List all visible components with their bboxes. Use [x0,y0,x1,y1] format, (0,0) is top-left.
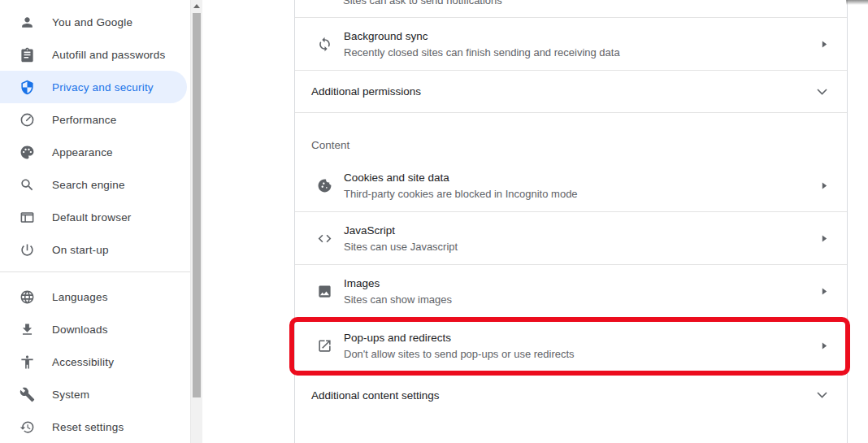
history-icon [19,419,35,435]
arrow-right-icon [822,235,827,242]
sidebar-item-search-engine[interactable]: Search engine [0,168,190,201]
wrench-icon [19,386,35,402]
sidebar-item-label: Privacy and security [52,81,154,93]
sidebar-item-autofill[interactable]: Autofill and passwords [0,38,190,71]
sidebar-item-label: Reset settings [52,421,124,433]
autofill-icon [19,46,35,63]
sidebar-item-accessibility[interactable]: Accessibility [0,345,190,378]
browser-window-icon [19,209,35,225]
row-label: Additional permissions [311,85,421,98]
chevron-down-icon [817,392,827,398]
image-icon [316,284,332,300]
row-background-sync[interactable]: Background sync Recently closed sites ca… [295,18,847,71]
row-title: JavaScript [344,224,458,237]
row-additional-content-settings[interactable]: Additional content settings [295,374,847,416]
arrow-right-icon [822,182,827,189]
sidebar-divider [0,271,190,272]
row-subtitle: Don't allow sites to send pop-ups or use… [344,348,575,360]
sidebar-item-label: Search engine [52,179,125,191]
shield-icon [19,79,35,95]
sync-icon [316,36,332,52]
cookie-icon [316,177,332,193]
sidebar-item-label: Appearance [52,146,113,159]
row-images[interactable]: Images Sites can show images [295,265,847,319]
sidebar-item-on-startup[interactable]: On start-up [0,233,190,266]
sidebar-item-label: On start-up [52,244,109,256]
speedometer-icon [19,111,35,128]
row-title: Pop-ups and redirects [344,332,575,344]
row-cookies-and-site-data[interactable]: Cookies and site data Third-party cookie… [295,159,847,212]
globe-icon [19,289,35,305]
sidebar-item-label: Autofill and passwords [52,49,165,61]
section-header-label: Content [311,139,349,151]
scrollbar-thumb[interactable] [193,13,201,397]
arrow-right-icon [822,41,827,48]
sidebar-item-label: Performance [52,114,116,126]
sidebar-item-you-and-google[interactable]: You and Google [0,6,190,38]
sidebar-item-label: You and Google [52,16,132,28]
sidebar-item-performance[interactable]: Performance [0,103,190,136]
row-title: Cookies and site data [344,172,578,184]
sidebar-item-label: System [52,389,89,401]
sidebar-item-default-browser[interactable]: Default browser [0,201,190,233]
sidebar-item-languages[interactable]: Languages [0,280,190,313]
content-section-header: Content [295,113,847,159]
open-in-new-icon [316,338,332,354]
row-subtitle: Recently closed sites can finish sending… [344,46,620,59]
code-icon [316,230,332,246]
download-icon [19,321,35,337]
triangle-up-icon [193,4,200,8]
accessibility-icon [19,354,35,370]
sidebar-item-label: Default browser [52,211,132,224]
scrollbar-up-button[interactable] [191,0,202,12]
sidebar-item-reset-settings[interactable]: Reset settings [0,410,190,443]
row-popups-and-redirects[interactable]: Pop-ups and redirects Don't allow sites … [295,319,847,374]
settings-sidebar: You and Google Autofill and passwords Pr… [0,0,190,443]
sidebar-item-privacy-and-security[interactable]: Privacy and security [0,71,187,103]
row-title: Images [344,277,452,289]
power-icon [19,241,35,258]
sidebar-item-label: Accessibility [52,356,114,368]
arrow-right-icon [822,342,827,350]
sidebar-item-label: Languages [52,291,108,303]
row-title: Background sync [344,30,620,42]
person-icon [19,14,35,30]
row-notifications-partial[interactable]: Sites can ask to send notifications [295,0,847,18]
row-subtitle: Sites can show images [344,293,452,306]
row-subtitle: Sites can ask to send notifications [343,0,502,7]
row-subtitle: Third-party cookies are blocked in Incog… [344,188,578,200]
row-javascript[interactable]: JavaScript Sites can use Javascript [295,212,847,265]
top-right-shadow [846,0,868,5]
arrow-right-icon [822,288,827,295]
palette-icon [19,144,35,160]
row-subtitle: Sites can use Javascript [344,241,458,253]
sidebar-scrollbar[interactable] [190,0,202,443]
sidebar-item-appearance[interactable]: Appearance [0,136,190,168]
sidebar-item-label: Downloads [52,324,108,336]
search-icon [19,176,35,193]
sidebar-item-system[interactable]: System [0,378,190,410]
chevron-down-icon [817,89,827,95]
privacy-security-content-card: Sites can ask to send notifications Back… [294,0,848,443]
row-label: Additional content settings [311,389,440,402]
sidebar-item-downloads[interactable]: Downloads [0,313,190,345]
row-additional-permissions[interactable]: Additional permissions [295,71,847,113]
